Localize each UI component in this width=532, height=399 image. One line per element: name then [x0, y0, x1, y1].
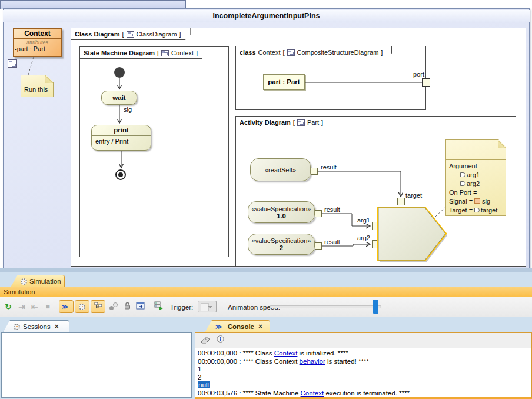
frame-name: Context: [258, 49, 281, 56]
bracket-open: [: [122, 31, 124, 38]
info-button[interactable]: [216, 335, 225, 346]
class-diagram-icon: [127, 31, 134, 38]
note-arg2: arg2: [467, 180, 480, 187]
activity-diagram-icon: [297, 119, 305, 126]
arg2-pin[interactable]: [372, 240, 380, 248]
tab-sessions[interactable]: Sessions ×: [3, 320, 69, 332]
context-class-box[interactable]: Context attributes -part : Part: [13, 28, 62, 57]
bracket-close: ]: [381, 49, 383, 56]
note-signal-value: sig: [482, 198, 490, 205]
trigger-label: Trigger:: [170, 304, 193, 311]
console-log: 00:00:00,000 : **** Class Context is ini…: [195, 349, 531, 397]
send-signal-name: sig: [390, 210, 424, 218]
state-entry-activity: entry / Print: [92, 136, 151, 145]
clear-console-button[interactable]: [200, 335, 210, 346]
part-property-box[interactable]: part : Part: [263, 74, 305, 90]
argument-note[interactable]: Argument = arg1 arg2 On Port = Signal =s…: [445, 139, 506, 216]
note-target-value: target: [481, 207, 497, 214]
frame-keyword: class: [240, 49, 256, 56]
composite-frame-label: class Context [ CompositeStructureDiagra…: [236, 46, 392, 58]
lock-button[interactable]: [121, 300, 134, 313]
restart-icon: ↻: [5, 302, 12, 311]
class-attribute: -part : Part: [14, 45, 61, 53]
console-toolbar: [195, 333, 531, 348]
application-window: IncompleteArgumentInputPins Context attr…: [0, 0, 532, 399]
bracket-close: ]: [321, 119, 323, 126]
selected-log-text: null: [198, 381, 210, 388]
breakpoints-button[interactable]: [107, 300, 120, 313]
result-pin-label: result: [324, 238, 340, 245]
simulation-panel-tab[interactable]: Simulation: [11, 275, 65, 287]
wait-state[interactable]: wait: [101, 91, 137, 105]
log-line: null: [198, 381, 531, 390]
target-pin[interactable]: [397, 198, 405, 205]
log-line: 1: [198, 365, 531, 374]
restart-button[interactable]: ↻: [2, 300, 15, 313]
state-machine-icon[interactable]: [8, 59, 17, 68]
note-arg1: arg1: [467, 171, 480, 178]
server-play-icon: [154, 301, 164, 312]
console-tab-label: Console: [228, 323, 254, 330]
value-spec-1-action[interactable]: «valueSpecification» 1.0: [248, 201, 315, 223]
log-line: 00:00:00,000 : **** Class Context behavi…: [198, 358, 531, 366]
result-pin[interactable]: [311, 168, 318, 175]
state-machine-frame-label: State Machine Diagram [ Context ]: [80, 47, 207, 59]
pin-icon: [460, 181, 466, 186]
port-square[interactable]: [422, 78, 430, 87]
state-name: wait: [102, 91, 137, 104]
tree-icon: [94, 302, 102, 311]
step-into-button[interactable]: ⇥: [15, 300, 28, 313]
close-icon[interactable]: ×: [55, 322, 59, 331]
sessions-panel[interactable]: [1, 332, 192, 398]
print-state[interactable]: print entry / Print: [91, 125, 151, 151]
gear-icon: [79, 304, 85, 310]
trigger-dropdown[interactable]: [198, 301, 217, 312]
animation-speed-handle[interactable]: [373, 300, 378, 314]
console-icon: ≫_: [215, 323, 225, 331]
simulation-tab-label: Simulation: [29, 278, 61, 285]
arg2-pin-label: arg2: [353, 234, 370, 241]
class-diagram-frame-label: Class Diagram [ ClassDiagram ]: [71, 28, 191, 40]
sessions-gear-icon: [14, 324, 20, 330]
context-link[interactable]: Context: [274, 350, 298, 357]
state-machine-diagram-icon: [161, 50, 169, 56]
arg1-pin-label: arg1: [353, 217, 370, 224]
note-target: Target =: [449, 207, 473, 214]
trigger-server-button[interactable]: [152, 300, 165, 313]
activity-frame-label: Activity Diagram [ Part ]: [236, 117, 332, 128]
stop-button[interactable]: ■: [41, 300, 54, 313]
step-over-button[interactable]: ⇥: [28, 300, 41, 313]
arg1-pin[interactable]: [372, 222, 380, 230]
stop-icon: ■: [45, 302, 49, 311]
variables-tree-button[interactable]: [91, 300, 105, 313]
initial-node[interactable]: [114, 67, 125, 78]
final-node[interactable]: [115, 169, 126, 180]
note-on-port: On Port =: [446, 188, 506, 197]
composite-structure-icon: [287, 49, 295, 56]
behavior-link[interactable]: behavior: [300, 358, 325, 365]
result-pin[interactable]: [315, 210, 322, 217]
value-spec-2-action[interactable]: «valueSpecification» 2: [248, 234, 315, 255]
export-button[interactable]: [134, 300, 147, 313]
step-over-icon: ⇥: [31, 302, 38, 311]
action-stereotype: «valueSpecification»: [248, 237, 314, 244]
context-link[interactable]: Context: [301, 390, 324, 397]
diagram-window-tab[interactable]: [0, 0, 186, 9]
tab-console[interactable]: ≫_ Console ×: [205, 320, 270, 332]
result-pin[interactable]: [315, 242, 322, 250]
close-icon[interactable]: ×: [258, 322, 262, 331]
lock-icon: [124, 302, 131, 312]
toggle-console-button[interactable]: ≫_: [59, 300, 74, 313]
frame-param: CompositeStructureDiagram: [297, 49, 379, 56]
console-icon: ≫_: [62, 303, 71, 311]
run-this-note[interactable]: Run this: [21, 75, 54, 97]
animate-button[interactable]: [75, 300, 89, 313]
readself-action[interactable]: «readSelf»: [250, 158, 311, 181]
note-signal: Signal =: [449, 198, 473, 205]
console-panel: 00:00:00,000 : **** Class Context is ini…: [195, 332, 532, 399]
frame-param: Context: [171, 49, 194, 56]
frame-param: ClassDiagram: [137, 31, 177, 38]
log-line: 2: [198, 374, 531, 382]
animation-speed-slider[interactable]: [270, 305, 381, 308]
pin-icon: [460, 172, 466, 177]
